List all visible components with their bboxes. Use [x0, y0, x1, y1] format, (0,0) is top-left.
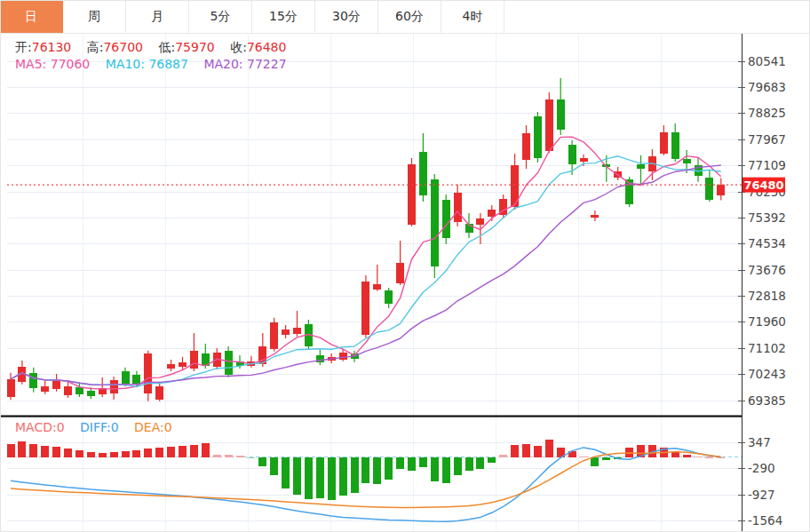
svg-text:-1564: -1564 — [748, 513, 782, 528]
low-label: 低: — [158, 40, 175, 54]
tab-month[interactable]: 月 — [126, 0, 189, 33]
svg-text:347: 347 — [748, 435, 771, 449]
close-value: 76480 — [247, 40, 287, 54]
diff-label: DIFF: — [80, 420, 111, 434]
dea-label: DEA: — [134, 420, 164, 434]
tab-5min[interactable]: 5分 — [189, 0, 252, 33]
tab-15min[interactable]: 15分 — [252, 0, 315, 33]
svg-text:74534: 74534 — [748, 236, 786, 250]
dea-value: 0 — [164, 420, 172, 434]
macd-value-readout: MACD:0 — [15, 420, 65, 434]
ohlc-readout: 开:76130 高:76700 低:75970 收:76480 — [15, 40, 298, 56]
svg-text:78825: 78825 — [748, 106, 786, 120]
svg-text:-927: -927 — [748, 488, 775, 502]
svg-text:77967: 77967 — [748, 132, 786, 147]
macd-label: MACD: — [15, 420, 57, 434]
open-value: 76130 — [32, 40, 72, 54]
tab-30min[interactable]: 30分 — [315, 0, 378, 33]
ma20-value: 77227 — [247, 57, 287, 71]
ma5-readout: MA5: 77060 — [15, 57, 90, 71]
ma10-readout: MA10: 76887 — [106, 57, 188, 71]
svg-text:-290: -290 — [748, 461, 775, 475]
kline-chart-canvas[interactable]: 8054179683788257796777109762507539274534… — [0, 0, 810, 532]
dea-value-readout: DEA:0 — [134, 420, 172, 434]
macd-readout: MACD:0 DIFF:0 DEA:0 — [15, 420, 184, 434]
diff-value: 0 — [111, 420, 119, 434]
kline-chart[interactable]: 8054179683788257796777109762507539274534… — [0, 0, 810, 532]
svg-text:70243: 70243 — [748, 367, 786, 381]
svg-text:69385: 69385 — [748, 393, 786, 408]
high-label: 高: — [87, 40, 104, 54]
ma20-label: MA20: — [203, 57, 242, 71]
svg-text:75392: 75392 — [748, 210, 786, 225]
svg-text:72818: 72818 — [748, 289, 786, 303]
ma10-label: MA10: — [106, 57, 145, 71]
svg-text:80541: 80541 — [748, 54, 786, 68]
ma5-label: MA5: — [15, 57, 46, 71]
tab-day[interactable]: 日 — [0, 0, 63, 33]
open-label: 开: — [15, 40, 32, 54]
tab-4hour[interactable]: 4时 — [441, 0, 504, 33]
svg-text:71102: 71102 — [748, 341, 786, 355]
tab-60min[interactable]: 60分 — [378, 0, 441, 33]
svg-text:73676: 73676 — [748, 263, 786, 277]
period-tabbar: 日 周 月 5分 15分 30分 60分 4时 — [0, 0, 810, 34]
high-value: 76700 — [103, 40, 143, 54]
svg-text:71960: 71960 — [748, 314, 786, 329]
svg-text:79683: 79683 — [748, 80, 786, 94]
svg-text:77109: 77109 — [748, 158, 786, 172]
low-value: 75970 — [175, 40, 215, 54]
ma-readout: MA5: 77060 MA10: 76887 MA20: 77227 — [15, 57, 298, 71]
tab-week[interactable]: 周 — [63, 0, 126, 33]
svg-text:76480: 76480 — [743, 179, 783, 192]
diff-value-readout: DIFF:0 — [80, 420, 119, 434]
current-price-badge: 76480 — [742, 178, 785, 193]
ma10-value: 76887 — [148, 57, 188, 71]
macd-value: 0 — [57, 420, 65, 434]
ma20-readout: MA20: 77227 — [203, 57, 286, 71]
close-label: 收: — [230, 40, 247, 54]
ma5-value: 77060 — [51, 57, 91, 71]
